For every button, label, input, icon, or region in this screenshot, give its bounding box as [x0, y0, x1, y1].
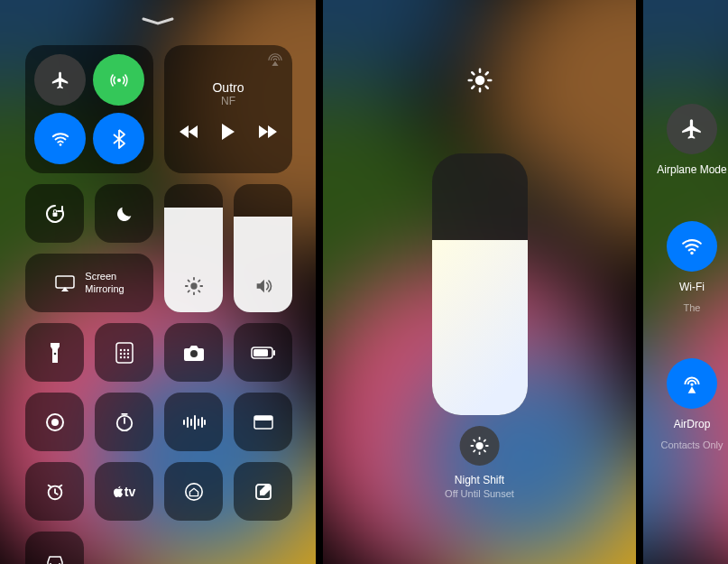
volume-icon [253, 276, 273, 300]
svg-point-5 [53, 352, 56, 355]
wifi-toggle[interactable] [34, 113, 86, 164]
record-icon [44, 411, 66, 433]
svg-point-32 [690, 252, 693, 254]
timer-icon [115, 412, 134, 432]
svg-rect-24 [254, 416, 272, 421]
wallet-button[interactable] [234, 393, 292, 451]
next-track-button[interactable] [259, 125, 277, 142]
calculator-button[interactable] [95, 323, 153, 382]
notes-button[interactable] [234, 462, 292, 521]
svg-rect-18 [273, 350, 275, 356]
svg-point-26 [185, 483, 201, 499]
timer-button[interactable] [95, 393, 153, 451]
screen-record-button[interactable] [25, 393, 84, 451]
wifi-icon [667, 221, 717, 272]
flashlight-button[interactable] [25, 323, 84, 382]
airplane-icon [51, 70, 70, 90]
alarm-icon [45, 482, 65, 502]
screen-mirroring-label: Screen Mirroring [85, 271, 124, 294]
airdrop-icon [667, 358, 717, 409]
low-power-mode-toggle[interactable] [234, 323, 292, 382]
battery-icon [251, 347, 276, 359]
svg-point-13 [119, 356, 121, 357]
wifi-label: Wi-Fi [679, 281, 705, 293]
bluetooth-icon [112, 129, 126, 149]
flashlight-icon [49, 342, 61, 364]
airplane-mode-label: Airplane Mode [657, 163, 726, 176]
previous-track-button[interactable] [180, 125, 198, 142]
airdrop-status: Contacts Only [660, 439, 723, 450]
svg-point-16 [190, 350, 198, 357]
screen-mirroring-button[interactable]: Screen Mirroring [25, 254, 153, 312]
svg-point-7 [119, 348, 121, 350]
volume-slider[interactable] [234, 184, 292, 312]
apple-tv-remote-button[interactable]: tv [95, 462, 153, 521]
brightness-expanded-panel: Night Shift Off Until Sunset [323, 0, 636, 564]
control-center-panel: Outro NF [0, 0, 316, 564]
svg-point-1 [59, 143, 61, 146]
chevron-down-icon[interactable] [142, 14, 174, 30]
svg-point-8 [123, 348, 124, 350]
brightness-icon [184, 276, 204, 300]
svg-point-10 [119, 352, 121, 354]
car-icon [44, 554, 66, 565]
airplane-mode-button[interactable]: Airplane Mode [657, 104, 726, 176]
svg-point-31 [475, 442, 483, 449]
screen-mirroring-icon [54, 274, 76, 292]
alarm-button[interactable] [25, 462, 84, 521]
brightness-slider-large[interactable] [432, 153, 528, 415]
airplay-icon [267, 52, 283, 70]
cellular-icon [109, 70, 129, 90]
airplane-mode-toggle[interactable] [34, 54, 86, 106]
wifi-network-name: The [684, 302, 701, 313]
media-track-title: Outro [212, 80, 244, 95]
night-shift-label: Night Shift [445, 473, 514, 487]
svg-point-21 [51, 419, 59, 426]
play-button[interactable] [221, 124, 235, 143]
media-artist: NF [221, 95, 235, 107]
orientation-lock-toggle[interactable] [25, 184, 84, 243]
night-shift-status: Off Until Sunset [445, 487, 514, 501]
svg-point-12 [126, 352, 128, 354]
camera-icon [183, 344, 205, 362]
voice-memo-button[interactable] [164, 393, 223, 451]
bluetooth-toggle[interactable] [93, 113, 144, 164]
svg-point-33 [690, 383, 693, 385]
lock-rotation-icon [44, 203, 66, 225]
svg-point-0 [116, 78, 120, 81]
connectivity-expanded-panel: Airplane Mode Wi-Fi The AirDrop Contacts… [643, 0, 728, 564]
home-button[interactable] [164, 462, 223, 521]
airplane-icon [667, 104, 717, 154]
airdrop-button[interactable]: AirDrop Contacts Only [660, 358, 723, 450]
wallet-icon [253, 414, 274, 430]
brightness-slider[interactable] [164, 184, 223, 312]
svg-point-3 [190, 282, 197, 289]
night-shift-icon [460, 426, 500, 466]
camera-button[interactable] [164, 323, 223, 382]
compose-icon [254, 483, 272, 501]
svg-rect-4 [56, 276, 74, 288]
moon-icon [115, 204, 134, 224]
apple-tv-icon: tv [113, 485, 135, 499]
cellular-data-toggle[interactable] [93, 54, 144, 106]
night-shift-button[interactable]: Night Shift Off Until Sunset [445, 426, 514, 501]
waveform-icon [182, 414, 206, 430]
wifi-button[interactable]: Wi-Fi The [667, 221, 717, 313]
brightness-icon [467, 68, 493, 97]
home-icon [184, 482, 204, 502]
svg-point-9 [126, 348, 128, 350]
calculator-icon [115, 342, 134, 364]
connectivity-tile[interactable] [25, 45, 153, 173]
svg-point-30 [475, 76, 484, 86]
do-not-disturb-toggle[interactable] [95, 184, 153, 243]
svg-point-11 [123, 352, 124, 354]
svg-rect-19 [253, 349, 268, 356]
svg-rect-2 [52, 212, 57, 217]
svg-point-14 [123, 356, 124, 357]
svg-point-15 [126, 356, 128, 357]
wifi-icon [51, 129, 70, 149]
carplay-button[interactable] [25, 532, 84, 564]
airdrop-label: AirDrop [674, 418, 711, 430]
media-tile[interactable]: Outro NF [164, 45, 292, 173]
